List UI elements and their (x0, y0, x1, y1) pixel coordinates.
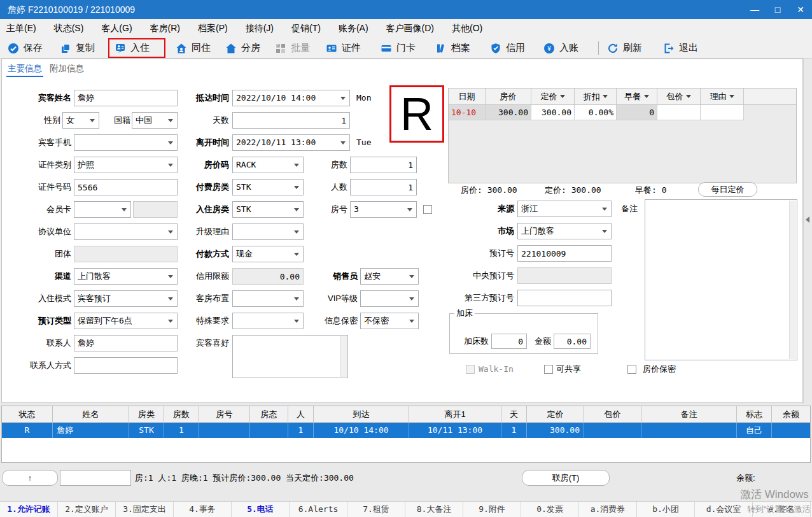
link-room-button[interactable]: 联房(T) (522, 470, 610, 486)
menu-customer-portrait[interactable]: 客户画像(D) (386, 19, 434, 38)
rate-code-select[interactable]: RACK (232, 157, 304, 173)
tab-meeting-room[interactable]: d.会议室 (695, 502, 753, 517)
cell-price[interactable]: 300.00 (486, 105, 531, 120)
cell-fixed-price[interactable]: 300.00 (531, 105, 575, 120)
col-package[interactable]: 包价 (657, 89, 701, 104)
tab-coupons[interactable]: a.消费券 (579, 502, 637, 517)
menu-accounting[interactable]: 账务(A) (339, 19, 368, 38)
minimize-button[interactable]: — (743, 0, 766, 19)
extra-bed-count-input[interactable] (491, 334, 527, 349)
tab-transactions[interactable]: 4.事务 (174, 502, 232, 517)
shareable-checkbox[interactable] (544, 365, 553, 374)
special-request-select[interactable] (232, 313, 304, 329)
close-button[interactable]: ✕ (789, 0, 812, 19)
col-breakfast[interactable]: 早餐 (617, 89, 657, 104)
col-balance[interactable]: 余额 (772, 406, 810, 422)
vip-level-select[interactable] (360, 290, 419, 307)
tab-attachments[interactable]: 9.附件 (463, 502, 521, 517)
contact-method-input[interactable] (74, 357, 178, 374)
exit-button[interactable]: 退出 (663, 38, 698, 59)
id-document-button[interactable]: 证件 (326, 38, 361, 59)
panel-splitter[interactable] (803, 59, 812, 403)
persons-input[interactable] (350, 179, 417, 195)
tab-fixed-charge[interactable]: 3.固定支出 (116, 502, 174, 517)
stay-room-type-select[interactable]: STK (232, 201, 304, 218)
col-flag[interactable]: 标志 (737, 406, 772, 422)
cell-breakfast[interactable]: 0 (617, 105, 657, 120)
archive-button[interactable]: 档案 (435, 38, 470, 59)
copy-button[interactable]: 复制 (60, 38, 95, 59)
col-package[interactable]: 包价 (584, 406, 641, 422)
tab-big-remark[interactable]: 8.大备注 (405, 502, 463, 517)
menu-promotion[interactable]: 促销(T) (291, 19, 321, 38)
cell-discount[interactable]: 0.00% (575, 105, 617, 120)
rooms-input[interactable] (350, 157, 417, 173)
room-no-select[interactable]: 3 (350, 201, 417, 218)
departure-datetime-select[interactable]: 2022/10/11 13:00 (232, 134, 350, 151)
col-price[interactable]: 房价 (486, 89, 531, 104)
tab-define-account[interactable]: 2.定义账户 (58, 502, 116, 517)
col-date[interactable]: 日期 (449, 89, 486, 104)
preference-textarea[interactable] (232, 335, 348, 378)
privacy-select[interactable]: 不保密 (360, 313, 419, 329)
menu-main[interactable]: 主单(E) (6, 19, 36, 38)
batch-button[interactable]: 批量 (275, 38, 310, 59)
col-room-status[interactable]: 房态 (250, 406, 288, 422)
tab-alerts[interactable]: 6.Alerts (290, 502, 347, 517)
tab-small-group[interactable]: b.小团 (637, 502, 695, 517)
source-select[interactable]: 浙江 (517, 201, 612, 217)
tab-allow-posting[interactable]: 1.允许记账 (0, 502, 58, 517)
door-card-button[interactable]: 门卡 (381, 38, 416, 59)
menu-other[interactable]: 其他(O) (452, 19, 482, 38)
third-party-no-input[interactable] (517, 290, 612, 306)
col-reason[interactable]: 理由 (701, 89, 744, 104)
maximize-button[interactable]: □ (766, 0, 789, 19)
gender-select[interactable]: 女 (62, 112, 99, 129)
room-setup-select[interactable] (232, 290, 304, 307)
days-input[interactable] (232, 112, 350, 129)
upgrade-reason-select[interactable] (232, 223, 304, 240)
col-remark[interactable]: 备注 (641, 406, 737, 422)
menu-guest[interactable]: 客人(G) (101, 19, 132, 38)
rate-secret-checkbox[interactable] (627, 365, 636, 374)
extra-bed-amount-input[interactable] (554, 334, 591, 349)
cell-reason[interactable] (701, 105, 744, 120)
tab-rental[interactable]: 7.租赁 (347, 502, 405, 517)
tab-telephone[interactable]: 5.电话 (232, 502, 290, 517)
scrollbar[interactable] (340, 336, 347, 377)
tab-extra-info[interactable]: 附加信息 (48, 62, 85, 77)
col-room-no[interactable]: 房号 (199, 406, 250, 422)
daily-rate-button[interactable]: 每日定价 (698, 182, 757, 197)
col-fixed-price[interactable]: 定价 (527, 406, 584, 422)
refresh-button[interactable]: 刷新 (607, 38, 642, 59)
market-select[interactable]: 上门散客 (517, 223, 612, 239)
remark-textarea[interactable] (645, 199, 797, 360)
list-row-selected[interactable]: R 詹婷 STK 1 1 10/10 14:00 10/11 13:00 1 3… (2, 423, 810, 438)
payment-select[interactable]: 现金 (232, 246, 304, 262)
room-no-checkbox[interactable] (423, 205, 432, 214)
scrollbar[interactable] (789, 201, 796, 359)
col-name[interactable]: 姓名 (53, 406, 129, 422)
arrival-datetime-select[interactable]: 2022/10/10 14:00 (232, 90, 350, 106)
menu-status[interactable]: 状态(S) (54, 19, 84, 38)
booking-no-input[interactable] (517, 245, 612, 262)
save-button[interactable]: 保存 (8, 38, 43, 59)
col-arrival[interactable]: 到达 (314, 406, 409, 422)
scroll-up-button[interactable]: ↑ (2, 470, 58, 486)
col-fixed-price[interactable]: 定价 (531, 89, 575, 104)
col-persons[interactable]: 人 (288, 406, 314, 422)
menu-room[interactable]: 客房(R) (150, 19, 180, 38)
col-status[interactable]: 状态 (2, 406, 53, 422)
member-card-select[interactable] (74, 201, 131, 218)
salesman-select[interactable]: 赵安 (360, 268, 419, 285)
col-room-count[interactable]: 房数 (164, 406, 199, 422)
tab-invoice[interactable]: 0.发票 (521, 502, 579, 517)
col-discount[interactable]: 折扣 (575, 89, 617, 104)
tab-main-info[interactable]: 主要信息 (6, 62, 43, 77)
cell-date[interactable]: 10-10 (449, 105, 486, 120)
col-room-type[interactable]: 房类 (129, 406, 164, 422)
quick-entry-input[interactable] (60, 470, 131, 486)
menu-profile[interactable]: 档案(P) (198, 19, 228, 38)
assign-room-button[interactable]: 分房 (225, 38, 260, 59)
pay-room-type-select[interactable]: STK (232, 179, 304, 195)
